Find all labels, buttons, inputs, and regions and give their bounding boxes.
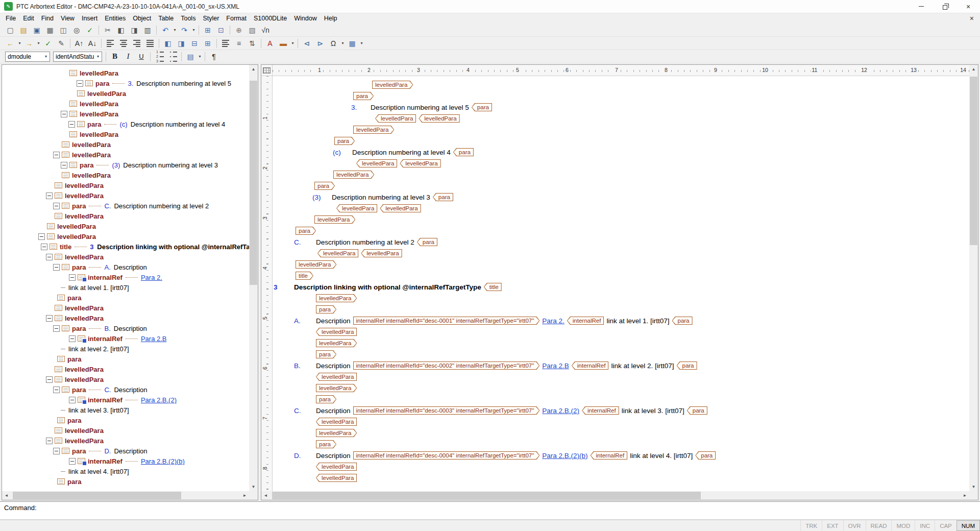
current-element-combo[interactable]: identAndStatu▾ <box>53 52 102 62</box>
tree-node[interactable]: levelledPara <box>2 190 249 201</box>
tree-node[interactable]: levelledPara <box>2 129 249 139</box>
tree-node[interactable]: link at level 1. [irtt07] <box>2 282 249 293</box>
minimize-button[interactable] <box>910 0 933 13</box>
tree-node[interactable]: levelledPara <box>2 88 249 99</box>
xml-close-tag[interactable]: para <box>695 451 716 460</box>
redo-button[interactable]: ↷ <box>178 25 190 36</box>
menu-tools[interactable]: Tools <box>177 14 199 23</box>
tree-node[interactable]: internalRefPara 2. <box>2 272 249 282</box>
edit-attributes-button[interactable]: ✎ <box>55 38 67 49</box>
xml-close-tag[interactable]: levelledPara <box>316 373 357 381</box>
xml-open-tag[interactable]: internalRef internalRefId="desc-0002" in… <box>353 361 540 370</box>
xml-open-tag[interactable]: internalRef internalRefId="desc-0004" in… <box>353 451 540 460</box>
print-button[interactable]: ▦ <box>44 25 56 36</box>
next-element-menu-caret[interactable]: ▾ <box>36 38 41 49</box>
align-left-button[interactable] <box>104 38 116 49</box>
insert-table-button[interactable]: ⊞ <box>202 25 214 36</box>
insert-structure-button[interactable]: ▤ <box>184 51 197 62</box>
bullet-list-button[interactable]: ••• <box>166 51 179 62</box>
scroll-down-icon[interactable]: ▼ <box>969 482 978 491</box>
command-input[interactable] <box>37 504 976 517</box>
xml-open-tag[interactable]: levelledPara <box>316 294 357 302</box>
xml-open-tag[interactable]: levelledPara <box>333 171 374 179</box>
undo-button[interactable]: ↶ <box>159 25 172 36</box>
tree-node[interactable]: paraD.Description <box>2 446 249 456</box>
scroll-right-icon[interactable]: ► <box>961 491 969 500</box>
tree-node[interactable]: paraA.Description <box>2 262 249 272</box>
menu-format[interactable]: Format <box>223 14 250 23</box>
insert-structure-menu-caret[interactable]: ▾ <box>197 51 203 62</box>
tree-node[interactable]: levelledPara <box>2 364 249 374</box>
collapse-toggle-icon[interactable] <box>53 387 60 393</box>
styler-button[interactable]: A <box>264 38 276 49</box>
xml-open-tag[interactable]: levelledPara <box>316 384 357 392</box>
collapse-toggle-icon[interactable] <box>68 121 75 128</box>
tree-node[interactable]: levelledPara <box>2 374 249 384</box>
tree-node[interactable]: levelledPara <box>2 180 249 190</box>
xml-close-tag[interactable]: levelledPara <box>316 328 357 336</box>
scroll-thumb[interactable] <box>970 77 977 245</box>
collapse-toggle-icon[interactable] <box>61 162 67 168</box>
menu-find[interactable]: Find <box>38 14 57 23</box>
tree-node[interactable]: levelledPara <box>2 303 249 313</box>
scroll-thumb[interactable] <box>250 81 257 285</box>
tree-node[interactable]: levelledPara <box>2 252 249 262</box>
xml-open-tag[interactable]: para <box>353 92 374 100</box>
tree-node[interactable]: link at level 4. [irtt07] <box>2 466 249 476</box>
shrink-font-button[interactable]: A↓ <box>86 38 99 49</box>
paste-button[interactable]: ◨ <box>128 25 140 36</box>
xml-close-tag[interactable]: internalRef <box>582 406 619 415</box>
xml-close-tag[interactable]: levelledPara <box>316 474 357 482</box>
collapse-toggle-icon[interactable] <box>53 203 60 209</box>
collapse-toggle-icon[interactable] <box>46 192 53 199</box>
scroll-right-icon[interactable]: ► <box>240 491 249 500</box>
collapse-toggle-icon[interactable] <box>46 254 53 260</box>
tree-node[interactable]: para <box>2 415 249 425</box>
insert-link-button[interactable]: ⊕ <box>233 25 245 36</box>
xml-close-tag[interactable]: internalRef <box>567 317 604 325</box>
xml-open-tag[interactable]: para <box>314 182 335 190</box>
collapse-toggle-icon[interactable] <box>69 397 76 403</box>
xml-close-tag[interactable]: para <box>417 238 437 246</box>
xml-close-tag[interactable]: levelledPara <box>419 114 459 123</box>
xml-open-tag[interactable]: levelledPara <box>316 429 357 437</box>
tree-node[interactable]: para <box>2 476 249 487</box>
xml-open-tag[interactable]: title <box>296 272 313 280</box>
tree-node[interactable]: levelledPara <box>2 313 249 323</box>
xml-open-tag[interactable]: internalRef internalRefId="desc-0003" in… <box>353 406 540 415</box>
doc-content[interactable]: levelledParapara3.Description numbering … <box>273 76 969 491</box>
xml-close-tag[interactable]: para <box>672 317 693 325</box>
collapse-toggle-icon[interactable] <box>69 274 76 281</box>
xml-close-tag[interactable]: internalRef <box>591 451 628 460</box>
insert-symbol-menu-caret[interactable]: ▾ <box>340 38 346 49</box>
internal-ref-link[interactable]: Para 2.B.(2) <box>542 407 579 415</box>
collapse-toggle-icon[interactable] <box>53 152 60 158</box>
tree-node[interactable]: paraC.Description <box>2 384 249 395</box>
scroll-thumb[interactable] <box>272 492 701 499</box>
show-tags-button[interactable]: ¶ <box>208 51 220 62</box>
mark-complete-button[interactable]: ✓ <box>42 38 54 49</box>
previous-element-button[interactable]: ← <box>4 38 16 49</box>
collapse-toggle-icon[interactable] <box>53 325 60 332</box>
scroll-track[interactable] <box>249 74 258 482</box>
xml-open-tag[interactable]: para <box>316 350 336 358</box>
menu-file[interactable]: File <box>2 14 19 23</box>
tree-node[interactable]: title3Description linking with optional … <box>2 242 249 252</box>
table-menu-caret[interactable]: ▾ <box>359 38 364 49</box>
tree-node[interactable]: link at level 2. [irtt07] <box>2 344 249 354</box>
tree-node[interactable]: paraB.Description <box>2 323 249 333</box>
tree-node[interactable]: levelledPara <box>2 109 249 119</box>
tree-link[interactable]: Para 2.B.(2) <box>141 396 177 404</box>
print-preview-button[interactable]: ◫ <box>57 25 69 36</box>
collapse-toggle-icon[interactable] <box>69 335 76 342</box>
menu-styler[interactable]: Styler <box>199 14 223 23</box>
tree-node[interactable]: para <box>2 293 249 303</box>
collapse-toggle-icon[interactable] <box>38 233 45 240</box>
scroll-track[interactable] <box>270 491 961 500</box>
collapse-toggle-icon[interactable] <box>41 244 47 250</box>
save-button[interactable]: ▣ <box>31 25 43 36</box>
tree-horizontal-scrollbar[interactable]: ◄ ► <box>2 491 249 500</box>
collapse-toggle-icon[interactable] <box>46 438 53 444</box>
xml-open-tag[interactable]: levelledPara <box>316 339 357 347</box>
format-painter-menu-caret[interactable]: ▾ <box>290 38 296 49</box>
